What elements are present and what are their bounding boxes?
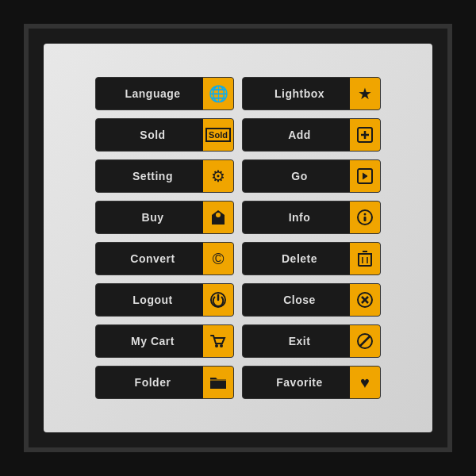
btn-icon-add-button — [350, 118, 380, 152]
btn-icon-close-button — [350, 283, 380, 317]
btn-label-mycart-button: My Cart — [96, 335, 203, 347]
go-button[interactable]: Go — [242, 159, 381, 193]
svg-point-17 — [215, 344, 218, 347]
btn-icon-language-button: 🌐 — [203, 77, 233, 110]
buy-button[interactable]: Buy — [95, 201, 234, 234]
mycart-button[interactable]: My Cart — [95, 324, 234, 358]
btn-label-info-button: Info — [243, 211, 350, 224]
btn-icon-lightbox-button: ★ — [350, 77, 380, 110]
info-button[interactable]: Info — [242, 201, 381, 234]
svg-line-20 — [360, 336, 370, 346]
btn-label-buy-button: Buy — [96, 211, 203, 224]
btn-icon-favorite-button: ♥ — [350, 366, 380, 399]
btn-icon-delete-button — [350, 242, 380, 275]
btn-label-sold-button: Sold — [96, 129, 203, 141]
btn-label-favorite-button: Favorite — [243, 376, 350, 389]
lightbox-button[interactable]: Lightbox★ — [242, 77, 381, 110]
delete-button[interactable]: Delete — [242, 242, 381, 275]
btn-label-logout-button: Logout — [96, 294, 203, 306]
btn-label-close-button: Close — [243, 294, 350, 306]
setting-button[interactable]: Setting⚙ — [95, 159, 234, 193]
language-button[interactable]: Language🌐 — [95, 77, 234, 110]
btn-label-folder-button: Folder — [96, 376, 203, 389]
btn-icon-logout-button — [203, 283, 233, 317]
favorite-button[interactable]: Favorite♥ — [242, 366, 381, 399]
btn-label-delete-button: Delete — [243, 252, 350, 265]
btn-label-add-button: Add — [243, 129, 350, 141]
svg-rect-8 — [359, 254, 371, 266]
sold-button[interactable]: SoldSold — [95, 118, 234, 152]
close-button[interactable]: Close — [242, 283, 381, 317]
btn-icon-folder-button — [203, 366, 233, 399]
btn-icon-setting-button: ⚙ — [203, 159, 233, 193]
folder-button[interactable]: Folder — [95, 366, 234, 399]
btn-icon-mycart-button — [203, 324, 233, 358]
btn-icon-go-button — [350, 159, 380, 193]
btn-label-language-button: Language — [96, 87, 203, 100]
inner-panel: Language🌐Lightbox★SoldSoldAddSetting⚙GoB… — [44, 44, 432, 432]
btn-label-convert-button: Convert — [96, 252, 203, 265]
add-button[interactable]: Add — [242, 118, 381, 152]
logout-button[interactable]: Logout — [95, 283, 234, 317]
btn-icon-exit-button — [350, 324, 380, 358]
btn-icon-sold-button: Sold — [203, 118, 233, 152]
btn-label-lightbox-button: Lightbox — [243, 87, 350, 100]
svg-point-4 — [216, 213, 221, 217]
svg-point-6 — [364, 213, 367, 216]
btn-label-exit-button: Exit — [243, 335, 350, 347]
exit-button[interactable]: Exit — [242, 324, 381, 358]
btn-label-go-button: Go — [243, 170, 350, 182]
convert-button[interactable]: Convert© — [95, 242, 234, 275]
btn-icon-convert-button: © — [203, 242, 233, 275]
btn-icon-info-button — [350, 201, 380, 234]
btn-label-setting-button: Setting — [96, 170, 203, 182]
svg-point-18 — [220, 344, 223, 347]
btn-icon-buy-button — [203, 201, 233, 234]
svg-rect-7 — [364, 217, 367, 221]
outer-frame: Language🌐Lightbox★SoldSoldAddSetting⚙GoB… — [24, 24, 452, 452]
button-grid: Language🌐Lightbox★SoldSoldAddSetting⚙GoB… — [79, 61, 397, 415]
